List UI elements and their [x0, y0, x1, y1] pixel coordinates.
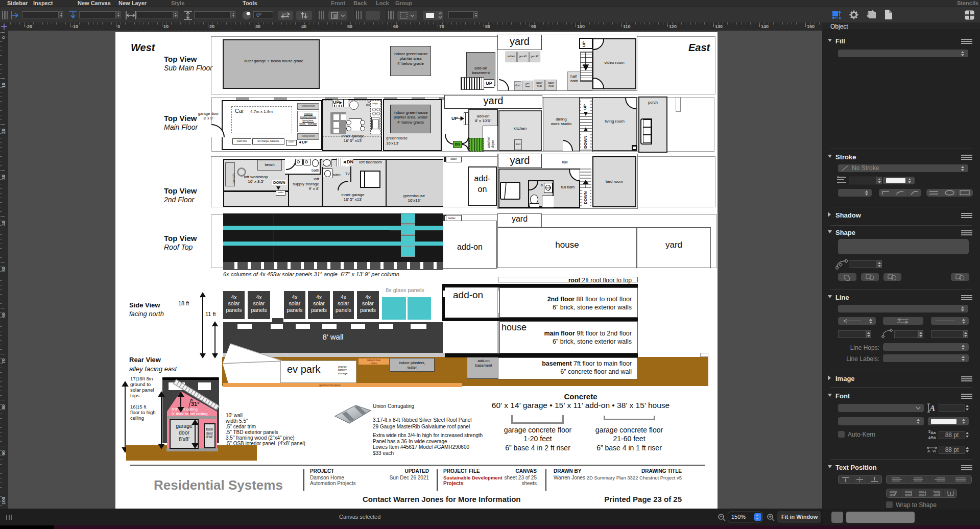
svg-text:A: A	[929, 403, 935, 413]
svg-text:W: W	[933, 449, 937, 453]
svg-text:Aa: Aa	[930, 430, 936, 435]
svg-text:A: A	[927, 449, 930, 453]
svg-text:Aa: Aa	[930, 435, 936, 440]
